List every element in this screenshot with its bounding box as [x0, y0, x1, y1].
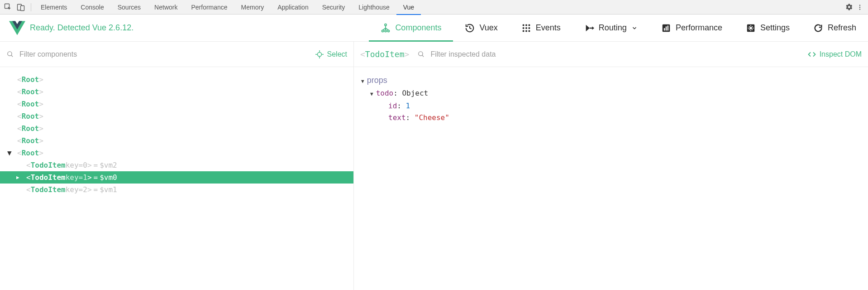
tree-root[interactable]: <Root>	[0, 135, 353, 147]
kebab-menu-icon[interactable]	[854, 2, 865, 13]
tree-item-todoitem[interactable]: <TodoItem key=2>=$vm1	[0, 184, 353, 196]
svg-point-35	[8, 52, 12, 56]
bar-chart-icon	[661, 23, 671, 33]
vue-status-text: Ready. Detected Vue 2.6.12.	[30, 23, 134, 33]
devtools-tab-lighthouse[interactable]: Lighthouse	[352, 0, 396, 14]
code-icon	[808, 50, 816, 58]
devtools-tab-application[interactable]: Application	[271, 0, 315, 14]
vue-tab-components[interactable]: Components	[369, 14, 453, 41]
devtools-tab-network[interactable]: Network	[148, 0, 184, 14]
svg-rect-24	[668, 25, 668, 30]
svg-marker-19	[586, 24, 589, 31]
vue-tab-label: Performance	[676, 23, 722, 33]
devtools-tab-bar: ElementsConsoleSourcesNetworkPerformance…	[0, 0, 868, 14]
devtools-tab-memory[interactable]: Memory	[234, 0, 271, 14]
devtools-tab-console[interactable]: Console	[74, 0, 110, 14]
components-pane: Select <Root><Root><Root><Root><Root><Ro…	[0, 42, 354, 290]
svg-marker-20	[592, 26, 594, 29]
svg-point-15	[528, 27, 530, 29]
svg-rect-2	[21, 5, 24, 10]
tree-root-expanded[interactable]: ▼<Root>	[0, 147, 353, 159]
svg-point-5	[859, 9, 860, 10]
history-icon	[465, 23, 475, 33]
caret-right-icon: ▶	[16, 174, 19, 180]
svg-point-14	[525, 27, 527, 29]
vue-tab-label: Vuex	[479, 23, 497, 33]
vue-tab-performance[interactable]: Performance	[649, 14, 734, 41]
svg-point-16	[522, 30, 524, 32]
svg-point-12	[528, 24, 530, 26]
svg-point-26	[749, 27, 752, 29]
vue-tab-settings[interactable]: Settings	[734, 14, 801, 41]
inspect-dom-label: Inspect DOM	[820, 50, 862, 58]
inspect-dom-button[interactable]: Inspect DOM	[808, 50, 862, 58]
props-panel: ▼props ▼todo: Object id: 1text: "Cheese"	[354, 67, 868, 131]
svg-line-36	[11, 55, 13, 57]
svg-point-7	[382, 30, 384, 32]
svg-rect-22	[664, 28, 665, 31]
svg-point-10	[522, 24, 524, 26]
caret-down-icon: ▼	[370, 88, 373, 100]
tree-root[interactable]: <Root>	[0, 73, 353, 86]
vue-tab-refresh[interactable]: Refresh	[801, 14, 868, 41]
svg-rect-23	[666, 26, 667, 30]
devtools-tab-sources[interactable]: Sources	[111, 0, 148, 14]
svg-point-9	[388, 30, 390, 32]
svg-point-3	[859, 5, 860, 5]
prop-field-text[interactable]: text: "Cheese"	[361, 112, 861, 124]
caret-down-icon: ▼	[361, 76, 364, 87]
selected-component-name: <TodoItem>	[360, 49, 409, 59]
vue-devtools-header: Ready. Detected Vue 2.6.12. ComponentsVu…	[0, 14, 868, 42]
svg-point-11	[525, 24, 527, 26]
tree-root[interactable]: <Root>	[0, 98, 353, 110]
tree-item-todoitem[interactable]: ▶<TodoItem key=1>=$vm0	[0, 171, 353, 184]
svg-point-42	[419, 52, 423, 56]
svg-point-37	[317, 52, 321, 56]
svg-point-4	[859, 6, 860, 7]
svg-point-13	[522, 27, 524, 29]
tree-item-todoitem[interactable]: <TodoItem key=0>=$vm2	[0, 159, 353, 171]
devtools-tab-vue[interactable]: Vue	[396, 0, 421, 14]
filter-components-input[interactable]	[19, 50, 146, 58]
vue-tab-label: Settings	[760, 23, 790, 33]
prop-field-id[interactable]: id: 1	[361, 100, 861, 112]
svg-point-18	[528, 30, 530, 32]
svg-line-43	[422, 55, 424, 57]
routing-icon	[584, 23, 594, 33]
prop-todo[interactable]: ▼todo: Object	[361, 87, 861, 100]
tree-root[interactable]: <Root>	[0, 110, 353, 122]
search-icon	[417, 50, 425, 58]
devtools-tab-security[interactable]: Security	[315, 0, 352, 14]
svg-point-8	[385, 30, 386, 32]
inspect-element-icon[interactable]	[3, 2, 14, 13]
svg-point-17	[525, 30, 527, 32]
vue-logo-icon	[9, 20, 25, 36]
component-tree: <Root><Root><Root><Root><Root><Root>▼<Ro…	[0, 67, 353, 196]
tree-icon	[381, 23, 391, 33]
caret-down-icon: ▼	[7, 149, 12, 157]
vue-tab-routing[interactable]: Routing	[572, 14, 649, 41]
chevron-down-icon	[631, 25, 638, 31]
vue-tab-label: Routing	[599, 23, 627, 33]
tree-root[interactable]: <Root>	[0, 86, 353, 98]
separator	[31, 3, 31, 11]
inspector-pane: <TodoItem> Inspect DOM ▼props ▼todo: Obj…	[354, 42, 868, 290]
select-component-button[interactable]: Select	[315, 50, 347, 58]
gear-icon[interactable]	[844, 2, 854, 13]
props-header[interactable]: ▼props	[361, 74, 861, 87]
filter-inspected-input[interactable]	[430, 50, 557, 58]
vue-tab-events[interactable]: Events	[510, 14, 572, 41]
devtools-tab-performance[interactable]: Performance	[184, 0, 234, 14]
tree-root[interactable]: <Root>	[0, 122, 353, 135]
vue-tab-label: Events	[536, 23, 561, 33]
right-toolbar: <TodoItem> Inspect DOM	[354, 42, 868, 67]
svg-point-6	[385, 24, 386, 25]
vue-tab-label: Components	[395, 23, 441, 33]
vue-tab-label: Refresh	[828, 23, 856, 33]
devtools-tab-elements[interactable]: Elements	[34, 0, 74, 14]
refresh-icon	[813, 23, 823, 33]
select-label: Select	[327, 50, 347, 58]
settings-box-icon	[746, 23, 756, 33]
vue-tab-vuex[interactable]: Vuex	[453, 14, 509, 41]
device-toggle-icon[interactable]	[15, 2, 26, 13]
